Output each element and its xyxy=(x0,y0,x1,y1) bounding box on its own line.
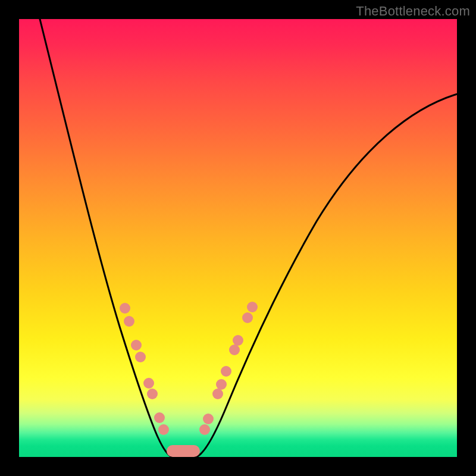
data-marker xyxy=(216,379,227,390)
data-marker xyxy=(247,302,258,312)
data-marker xyxy=(203,414,214,424)
data-marker xyxy=(233,335,243,346)
data-marker xyxy=(221,366,231,377)
data-marker xyxy=(135,352,146,362)
data-marker-pill xyxy=(167,445,200,457)
data-marker xyxy=(158,424,169,435)
data-marker xyxy=(147,389,158,399)
data-marker xyxy=(212,389,223,399)
watermark-text: TheBottleneck.com xyxy=(356,4,470,19)
curve-layer xyxy=(19,19,457,457)
data-marker xyxy=(143,378,154,389)
data-marker xyxy=(131,340,142,350)
data-marker xyxy=(124,316,134,327)
data-marker xyxy=(120,303,130,314)
data-marker xyxy=(199,424,210,435)
markers-layer xyxy=(120,302,258,457)
bottleneck-curve xyxy=(37,19,457,456)
plot-area xyxy=(19,19,457,457)
data-marker xyxy=(242,312,253,323)
data-marker xyxy=(229,345,240,355)
data-marker xyxy=(154,412,165,423)
chart-stage: TheBottleneck.com xyxy=(0,0,476,476)
